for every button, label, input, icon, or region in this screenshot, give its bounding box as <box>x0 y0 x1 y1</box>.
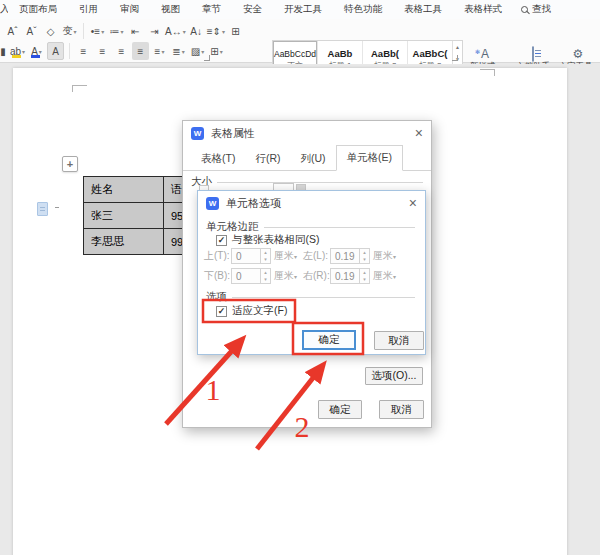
chevron-down-icon: ▾ <box>39 48 42 55</box>
spinner-icon[interactable]: ▴▾ <box>260 269 270 283</box>
justify-icon[interactable]: ≡ <box>132 42 149 60</box>
clear-format-icon[interactable]: ◇ <box>42 22 59 40</box>
comment-page-icon[interactable] <box>37 202 48 216</box>
bottom-unit-dropdown[interactable]: 厘米▾ <box>274 269 297 283</box>
chevron-down-icon: ▾ <box>183 28 186 35</box>
borders-icon[interactable]: ⊞▾ <box>208 42 225 60</box>
sort-icon[interactable]: A↓ <box>188 22 205 40</box>
chevron-down-icon: ▾ <box>22 48 25 55</box>
cell-options-dialog: W 单元格选项 × 单元格边距 ✓ 与整张表格相同(S) 上(T): 0 ▴▾ … <box>197 190 426 355</box>
chevron-down-icon: ▾ <box>73 28 76 35</box>
dialog-titlebar[interactable]: W 单元格选项 × <box>198 191 425 215</box>
table-move-handle[interactable]: + <box>62 156 78 172</box>
tab-table[interactable]: 表格(T) <box>191 148 245 171</box>
wps-logo-icon: W <box>191 127 204 140</box>
align-center-icon[interactable]: ≡ <box>94 42 111 60</box>
same-as-table-checkbox[interactable]: ✓ 与整张表格相同(S) <box>216 233 320 247</box>
chevron-down-icon: ▾ <box>222 28 225 35</box>
menu-item-9[interactable]: 表格样式 <box>453 3 513 16</box>
cell-margins-section: 单元格边距 <box>206 220 415 234</box>
chevron-down-icon: ▾ <box>201 48 204 55</box>
highlight-icon[interactable]: ab▾ <box>9 42 26 60</box>
tab-row[interactable]: 行(R) <box>245 148 290 171</box>
options-button[interactable]: 选项(O)... <box>365 367 423 385</box>
font-group-launcher-icon[interactable] <box>204 55 210 61</box>
align-left-icon[interactable]: ≡ <box>75 42 92 60</box>
chevron-down-icon: ▾ <box>101 28 104 35</box>
table-dialog-cancel-button[interactable]: 取消 <box>379 400 424 419</box>
line-spacing-icon[interactable]: ≡⇕▾ <box>207 22 225 40</box>
new-style-icon: A <box>481 48 489 61</box>
left-unit-dropdown[interactable]: 厘米▾ <box>373 249 396 263</box>
format-painter-icon[interactable]: ▮ <box>0 42 7 60</box>
table-dialog-ok-button[interactable]: 确定 <box>318 400 362 419</box>
fit-text-checkbox[interactable]: ✓ 适应文字(F) <box>216 304 287 318</box>
top-margin-label: 上(T): <box>204 249 231 263</box>
tab-cell[interactable]: 单元格(E) <box>336 145 404 171</box>
close-icon[interactable]: × <box>409 196 417 210</box>
spinner-icon[interactable]: ▴▾ <box>359 269 369 283</box>
menu-item-5[interactable]: 安全 <box>232 3 273 16</box>
margin-mark-right <box>480 69 495 76</box>
numbered-list-icon[interactable]: ≔▾ <box>108 22 125 40</box>
chevron-down-icon: ▾ <box>182 48 185 55</box>
menu-item-clipped[interactable]: 入 <box>0 3 8 16</box>
bullet-list-icon[interactable]: •≡▾ <box>89 22 106 40</box>
menu-item-3[interactable]: 视图 <box>150 3 191 16</box>
options-section: 选项 <box>206 290 415 304</box>
increase-indent-icon[interactable]: ⇥ <box>146 22 163 40</box>
left-margin-label: 左(L): <box>303 249 330 263</box>
bottom-margin-label: 下(B): <box>204 269 231 283</box>
distribute-icon[interactable]: ≡▾ <box>151 42 168 60</box>
paragraph-group-launcher-icon[interactable] <box>452 55 458 61</box>
checkbox-checked-icon[interactable]: ✓ <box>216 306 227 317</box>
spinner-icon[interactable]: ▴▾ <box>359 249 369 263</box>
line-number-icon[interactable]: ≣▾ <box>170 42 187 60</box>
font-decrease-icon[interactable]: Aˇ <box>23 22 40 40</box>
menu-bar: 入 页面布局引用审阅视图章节安全开发工具特色功能表格工具表格样式 查找 <box>0 0 600 19</box>
menu-item-0[interactable]: 页面布局 <box>8 3 68 16</box>
align-right-icon[interactable]: ≡ <box>113 42 130 60</box>
char-shading-icon[interactable]: A <box>47 42 64 60</box>
table-cell[interactable]: 李思思 <box>84 229 164 255</box>
menu-item-6[interactable]: 开发工具 <box>273 3 333 16</box>
top-unit-dropdown[interactable]: 厘米▾ <box>274 249 297 263</box>
tab-column[interactable]: 列(U) <box>291 148 336 171</box>
menu-item-7[interactable]: 特色功能 <box>333 3 393 16</box>
menu-item-4[interactable]: 章节 <box>191 3 232 16</box>
menu-item-1[interactable]: 引用 <box>68 3 109 16</box>
right-margin-input[interactable]: 0.19 ▴▾ <box>330 268 370 284</box>
toolbar-separator <box>83 23 84 39</box>
table-cell[interactable]: 张三 <box>84 203 164 229</box>
margin-mark-left <box>72 85 87 92</box>
top-margin-input[interactable]: 0 ▴▾ <box>231 248 271 264</box>
dialog-tabs: 表格(T) 行(R) 列(U) 单元格(E) <box>183 147 431 171</box>
checkbox-checked-icon[interactable]: ✓ <box>216 235 227 246</box>
close-icon[interactable]: × <box>415 126 423 140</box>
char-scale-icon[interactable]: A↔▾ <box>165 22 186 40</box>
chevron-down-icon: ▾ <box>161 48 164 55</box>
style-sample: AaBb( <box>371 48 399 59</box>
cell-dialog-ok-button[interactable]: 确定 <box>302 330 356 350</box>
table-cell[interactable]: 姓名 <box>84 177 164 203</box>
font-increase-icon[interactable]: Aˆ <box>4 22 21 40</box>
chevron-down-icon: ▾ <box>120 28 123 35</box>
spinner-icon[interactable]: ▴▾ <box>260 249 270 263</box>
style-sample: AaBbC( <box>413 48 448 59</box>
cell-dialog-cancel-button[interactable]: 取消 <box>374 331 424 350</box>
dialog-titlebar[interactable]: W 表格属性 × <box>183 121 431 145</box>
find-button[interactable]: 查找 <box>521 3 551 16</box>
pinyin-guide-icon[interactable]: 变▾ <box>61 22 78 40</box>
bottom-margin-input[interactable]: 0 ▴▾ <box>231 268 271 284</box>
insert-table-icon[interactable]: ⊞ <box>227 22 244 40</box>
decrease-indent-icon[interactable]: ⇤ <box>127 22 144 40</box>
menu-item-2[interactable]: 审阅 <box>109 3 150 16</box>
size-section: 大小 <box>191 175 423 189</box>
doc-assistant-icon <box>532 48 534 61</box>
left-margin-input[interactable]: 0.19 ▴▾ <box>330 248 370 264</box>
right-margin-label: 右(R): <box>303 269 330 283</box>
font-color-icon[interactable]: A▾ <box>28 42 45 60</box>
menu-item-8[interactable]: 表格工具 <box>393 3 453 16</box>
right-unit-dropdown[interactable]: 厘米▾ <box>373 269 396 283</box>
find-label: 查找 <box>532 3 551 16</box>
